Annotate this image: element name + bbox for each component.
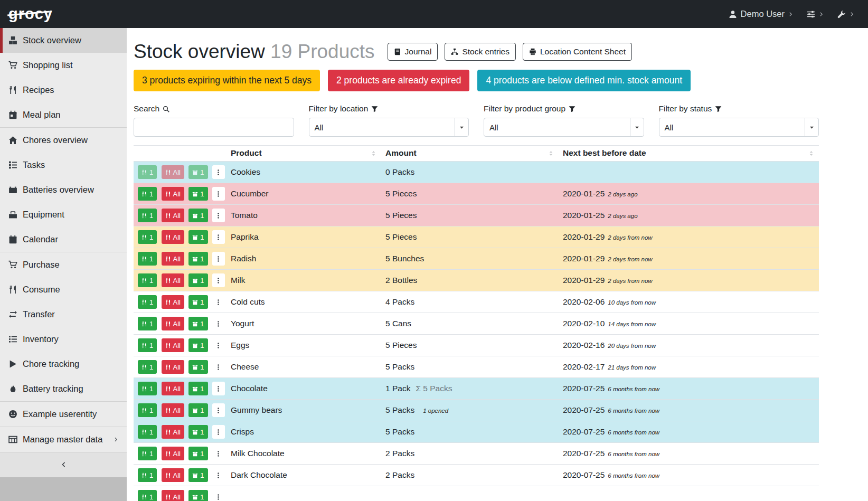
row-menu-button[interactable] (212, 165, 225, 179)
consume-all-button[interactable]: All (162, 165, 184, 179)
consume-one-button[interactable]: 1 (138, 165, 157, 179)
sidebar-item-stock-overview[interactable]: Stock overview (0, 28, 127, 53)
row-menu-button[interactable] (212, 447, 225, 460)
sidebar-item-battery-tracking[interactable]: Battery tracking (0, 376, 127, 401)
row-menu-button[interactable] (212, 230, 225, 244)
consume-one-button[interactable]: 1 (138, 187, 157, 201)
consume-all-button[interactable]: All (162, 490, 184, 501)
row-menu-button[interactable] (212, 338, 225, 352)
app-logo[interactable]: grocy (8, 5, 53, 23)
sidebar-item-purchase[interactable]: Purchase (0, 252, 127, 277)
row-menu-button[interactable] (212, 273, 225, 287)
consume-all-button[interactable]: All (162, 317, 184, 330)
open-one-button[interactable]: 1 (188, 273, 207, 287)
consume-all-button[interactable]: All (162, 382, 184, 395)
product-group-filter-select[interactable]: All (484, 118, 644, 137)
sidebar-item-calendar[interactable]: Calendar (0, 227, 127, 252)
expiring-banner[interactable]: 3 products expiring within the next 5 da… (134, 70, 320, 91)
settings-menu[interactable] (807, 10, 824, 18)
admin-menu[interactable] (837, 10, 854, 18)
location-content-sheet-button[interactable]: Location Content Sheet (523, 43, 632, 61)
consume-one-button[interactable]: 1 (138, 468, 157, 482)
consume-one-button[interactable]: 1 (138, 295, 157, 309)
open-one-button[interactable]: 1 (188, 165, 207, 179)
location-filter-select[interactable]: All (309, 118, 469, 137)
sidebar-item-meal-plan[interactable]: Meal plan (0, 102, 127, 127)
consume-all-button[interactable]: All (162, 273, 184, 287)
consume-all-button[interactable]: All (162, 187, 184, 201)
consume-one-button[interactable]: 1 (138, 209, 157, 222)
open-one-button[interactable]: 1 (188, 209, 207, 222)
sidebar-item-consume[interactable]: Consume (0, 277, 127, 302)
open-one-button[interactable]: 1 (188, 447, 207, 460)
user-menu[interactable]: Demo User (729, 9, 793, 19)
consume-one-button[interactable]: 1 (138, 403, 157, 417)
row-menu-button[interactable] (212, 403, 225, 417)
consume-one-button[interactable]: 1 (138, 447, 157, 460)
consume-all-button[interactable]: All (162, 209, 184, 222)
expired-banner[interactable]: 2 products are already expired (328, 70, 469, 91)
consume-all-button[interactable]: All (162, 230, 184, 244)
open-one-button[interactable]: 1 (188, 468, 207, 482)
sidebar-item-tasks[interactable]: Tasks (0, 153, 127, 177)
consume-one-button[interactable]: 1 (138, 273, 157, 287)
row-menu-button[interactable] (212, 360, 225, 374)
consume-one-button[interactable]: 1 (138, 252, 157, 266)
status-filter-select[interactable]: All (659, 118, 819, 137)
sidebar-item-equipment[interactable]: Equipment (0, 202, 127, 227)
row-menu-button[interactable] (212, 187, 225, 201)
open-one-button[interactable]: 1 (188, 230, 207, 244)
consume-one-button[interactable]: 1 (138, 230, 157, 244)
open-one-button[interactable]: 1 (188, 295, 207, 309)
open-one-button[interactable]: 1 (188, 252, 207, 266)
open-one-button[interactable]: 1 (188, 338, 207, 352)
sidebar-item-shopping-list[interactable]: Shopping list (0, 53, 127, 78)
journal-button[interactable]: Journal (388, 43, 438, 61)
date-column-header[interactable]: Next best before date (559, 146, 819, 162)
product-column-header[interactable]: Product (227, 146, 381, 162)
row-menu-button[interactable] (212, 295, 225, 309)
row-menu-button[interactable] (212, 317, 225, 330)
consume-all-button[interactable]: All (162, 468, 184, 482)
row-menu-button[interactable] (212, 468, 225, 482)
open-one-button[interactable]: 1 (188, 317, 207, 330)
open-one-button[interactable]: 1 (188, 360, 207, 374)
sidebar-item-recipes[interactable]: Recipes (0, 78, 127, 102)
search-input[interactable] (134, 118, 294, 137)
row-menu-button[interactable] (212, 425, 225, 439)
sidebar-item-batteries-overview[interactable]: Batteries overview (0, 177, 127, 202)
sidebar-item-manage-master-data[interactable]: Manage master data (0, 427, 127, 452)
sidebar-item-chores-overview[interactable]: Chores overview (0, 128, 127, 153)
chevron-right-icon (114, 311, 118, 318)
sidebar-item-inventory[interactable]: Inventory (0, 327, 127, 352)
sidebar-item-example-userentity[interactable]: Example userentity (0, 402, 127, 427)
open-one-button[interactable]: 1 (188, 382, 207, 395)
consume-one-button[interactable]: 1 (138, 317, 157, 330)
sidebar-item-chore-tracking[interactable]: Chore tracking (0, 352, 127, 376)
open-one-button[interactable]: 1 (188, 403, 207, 417)
consume-all-button[interactable]: All (162, 338, 184, 352)
row-menu-button[interactable] (212, 252, 225, 266)
consume-all-button[interactable]: All (162, 252, 184, 266)
amount-column-header[interactable]: Amount (381, 146, 559, 162)
sidebar-collapse-button[interactable] (0, 452, 127, 477)
consume-one-button[interactable]: 1 (138, 425, 157, 439)
consume-all-button[interactable]: All (162, 425, 184, 439)
open-one-button[interactable]: 1 (188, 425, 207, 439)
consume-one-button[interactable]: 1 (138, 490, 157, 501)
consume-all-button[interactable]: All (162, 360, 184, 374)
consume-one-button[interactable]: 1 (138, 360, 157, 374)
row-menu-button[interactable] (212, 209, 225, 222)
consume-one-button[interactable]: 1 (138, 338, 157, 352)
consume-all-button[interactable]: All (162, 403, 184, 417)
sidebar-item-transfer[interactable]: Transfer (0, 302, 127, 327)
row-menu-button[interactable] (212, 490, 225, 501)
open-one-button[interactable]: 1 (188, 490, 207, 501)
consume-one-button[interactable]: 1 (138, 382, 157, 395)
consume-all-button[interactable]: All (162, 447, 184, 460)
row-menu-button[interactable] (212, 382, 225, 395)
open-one-button[interactable]: 1 (188, 187, 207, 201)
stock-entries-button[interactable]: Stock entries (445, 43, 516, 61)
below-min-stock-banner[interactable]: 4 products are below defined min. stock … (477, 70, 691, 91)
consume-all-button[interactable]: All (162, 295, 184, 309)
